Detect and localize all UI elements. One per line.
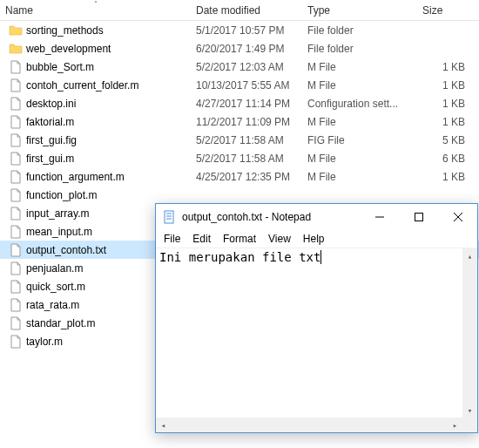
file-row[interactable]: desktop.ini4/27/2017 11:14 PMConfigurati… [0,94,479,112]
file-type: File folder [302,43,417,55]
titlebar[interactable]: output_contoh.txt - Notepad [156,204,477,230]
file-icon [9,298,23,312]
text-editor[interactable]: Ini merupakan file txt ▴ ▾ ◂ ▸ [156,248,477,432]
editor-content: Ini merupakan file txt [159,250,320,264]
svg-rect-5 [415,214,422,221]
menu-edit[interactable]: Edit [186,231,217,247]
file-icon [9,316,23,330]
file-name: rata_rata.m [26,299,79,311]
folder-icon [9,42,23,56]
file-icon [9,243,23,257]
file-name: taylor.m [26,336,63,348]
file-name: first_gui.fig [26,134,77,146]
file-date: 5/2/2017 12:03 AM [191,61,302,73]
column-header-type[interactable]: Type [302,2,417,19]
menu-view[interactable]: View [262,231,297,247]
file-type: M File [302,61,417,73]
file-row[interactable]: function_argument.m4/25/2017 12:35 PMM F… [0,167,479,186]
file-size: 1 KB [417,116,479,128]
maximize-button[interactable] [399,205,438,230]
notepad-window: output_contoh.txt - Notepad File Edit Fo… [155,203,478,433]
file-row[interactable]: bubble_Sort.m5/2/2017 12:03 AMM File1 KB [0,58,479,76]
menubar: File Edit Format View Help [156,230,477,248]
column-header-row: Name ˄ Date modified Type Size [0,0,479,21]
file-size: 5 KB [417,134,479,146]
window-title: output_contoh.txt - Notepad [182,211,360,223]
file-row[interactable]: sorting_methods5/1/2017 10:57 PMFile fol… [0,21,479,39]
file-row[interactable]: first_gui.m5/2/2017 11:58 AMM File6 KB [0,149,479,167]
file-icon [9,97,23,111]
text-cursor [320,250,321,264]
file-name: mean_input.m [26,226,92,238]
file-row[interactable]: contoh_current_folder.m10/13/2017 5:55 A… [0,76,479,94]
file-size: 1 KB [417,79,479,92]
file-row[interactable]: first_gui.fig5/2/2017 11:58 AMFIG File5 … [0,131,479,149]
scrollbar-horizontal[interactable]: ◂ ▸ [156,417,462,432]
file-date: 4/27/2017 11:14 PM [191,98,302,110]
file-size: 1 KB [417,61,479,73]
column-header-size[interactable]: Size [417,2,479,19]
file-size: 1 KB [417,98,479,110]
close-button[interactable] [438,205,477,230]
column-label: Date modified [196,4,260,17]
file-date: 5/2/2017 11:58 AM [191,153,302,165]
file-icon [9,170,23,184]
scrollbar-vertical[interactable]: ▴ ▾ [462,248,477,417]
file-size: 6 KB [417,153,479,165]
file-date: 11/2/2017 11:09 PM [191,116,302,128]
sort-asc-icon: ˄ [94,0,98,8]
file-icon [9,152,23,166]
file-type: M File [302,153,417,165]
file-row[interactable]: web_development6/20/2017 1:49 PMFile fol… [0,39,479,58]
window-controls [360,205,477,230]
file-name: function_argument.m [26,171,125,183]
file-row[interactable]: faktorial.m11/2/2017 11:09 PMM File1 KB [0,112,479,131]
scroll-right-icon[interactable]: ▸ [448,417,462,432]
file-icon [9,261,23,275]
file-name: output_contoh.txt [26,244,106,256]
file-row[interactable]: function_plot.m [0,186,479,204]
file-name: contoh_current_folder.m [26,79,138,92]
file-name: faktorial.m [26,116,74,128]
file-name: bubble_Sort.m [26,61,94,73]
file-name: desktop.ini [26,98,76,110]
file-icon [9,225,23,239]
file-type: M File [302,171,417,183]
scroll-corner [462,417,477,432]
file-type: File folder [302,24,417,37]
file-icon [9,280,23,294]
scroll-up-icon[interactable]: ▴ [462,248,477,263]
file-date: 5/2/2017 11:58 AM [191,134,302,146]
file-date: 6/20/2017 1:49 PM [191,43,302,55]
file-date: 5/1/2017 10:57 PM [191,24,302,37]
file-size: 1 KB [417,171,479,183]
file-name: input_array.m [26,207,89,220]
file-icon [9,60,23,74]
file-name: first_gui.m [26,153,74,165]
scroll-down-icon[interactable]: ▾ [462,403,477,417]
folder-icon [9,24,23,37]
file-type: M File [302,79,417,92]
column-header-name[interactable]: Name ˄ [0,2,191,19]
column-label: Name [5,4,33,17]
menu-help[interactable]: Help [297,231,331,247]
file-date: 4/25/2017 12:35 PM [191,171,302,183]
file-name: quick_sort.m [26,281,85,293]
minimize-button[interactable] [360,205,399,230]
file-type: M File [302,116,417,128]
file-icon [9,207,23,221]
menu-format[interactable]: Format [217,231,262,247]
svg-rect-0 [165,211,173,223]
file-name: standar_plot.m [26,317,95,329]
menu-file[interactable]: File [158,231,186,247]
file-type: Configuration sett... [302,98,417,110]
file-icon [9,78,23,92]
file-icon [9,188,23,202]
file-name: web_development [26,43,111,55]
file-name: function_plot.m [26,189,97,201]
file-type: FIG File [302,134,417,146]
file-name: sorting_methods [26,24,104,37]
file-name: penjualan.m [26,262,83,275]
scroll-left-icon[interactable]: ◂ [156,417,171,432]
column-header-date[interactable]: Date modified [191,2,302,19]
